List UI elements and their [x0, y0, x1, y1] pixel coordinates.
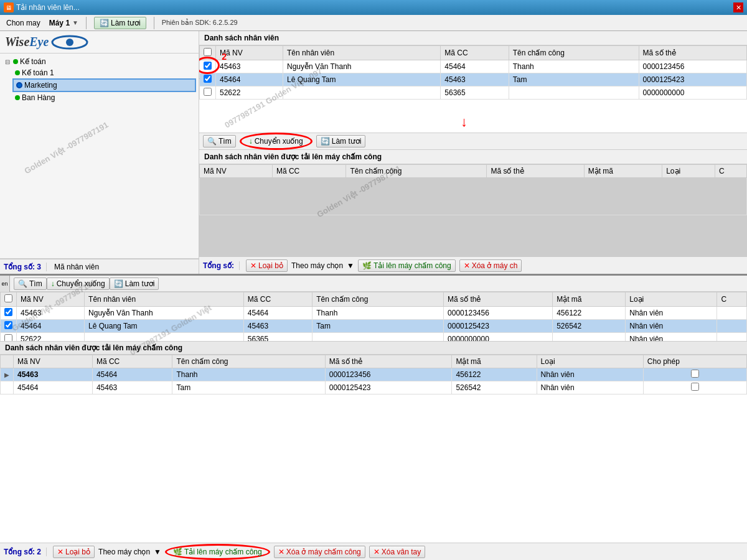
tree-label-ke-toan: Kế toán	[20, 57, 46, 66]
col-ten-cham-cong-lb: Tên chấm công	[172, 355, 325, 368]
refresh-button-top[interactable]: 🔄 Làm tươi	[94, 17, 146, 29]
upper-table-container[interactable]: Mã NV Tên nhân viên Mã CC Tên chấm công …	[199, 45, 747, 133]
cell-ten-nv: Nguyễn Văn Thanh	[283, 60, 441, 73]
search-button-upper[interactable]: 🔍 Tìm	[203, 135, 236, 147]
cell-ma-so-the-2: 0000125423	[639, 73, 746, 86]
xoa-may-button-upper[interactable]: ✕ Xóa ở máy ch	[459, 259, 522, 272]
title-bar: 🖥 Tải nhân viên lên... ✕	[0, 0, 747, 15]
upper-table: Mã NV Tên nhân viên Mã CC Tên chấm công …	[199, 45, 747, 100]
footer-toolbar-upper: Tổng số: ✕ Loại bỏ Theo máy chọn ▼ 🌿 Tải…	[199, 256, 747, 274]
down-arrow-icon-lower: ↓	[51, 279, 55, 288]
row-checkbox-1[interactable]	[204, 62, 212, 70]
x-icon-2: ✕	[464, 261, 470, 270]
toolbar-upper: 🔍 Tìm ↓ Chuyển xuống 🔄 Làm tươi	[199, 133, 747, 150]
tree-dot-blue-icon	[16, 82, 22, 88]
svg-point-1	[66, 39, 73, 46]
cell-ma-cc-3: 56365	[441, 86, 509, 100]
search-button-lower[interactable]: 🔍 Tìm	[14, 278, 47, 290]
refresh-button-lower[interactable]: 🔄 Làm tươi	[110, 278, 159, 290]
row-indicator-2: ▶	[0, 321, 1, 328]
logo-area: Wise Eye	[0, 31, 199, 54]
tai-len-button-lower[interactable]: 🌿 Tải lên máy chấm công	[169, 546, 266, 558]
lower-select-all[interactable]	[4, 294, 12, 302]
row-checkbox-2[interactable]	[204, 75, 212, 83]
row-checkbox-3[interactable]	[204, 88, 212, 96]
dropdown-arrow-icon[interactable]: ▼	[72, 19, 78, 26]
col-ma-cc-b: Mã CC	[272, 165, 345, 178]
lower-bottom-table-container[interactable]: Mã NV Mã CC Tên chấm công Mã số thẻ Mật …	[0, 355, 747, 543]
search-icon-lower: 🔍	[18, 279, 27, 288]
upper-bottom-table: Mã NV Mã CC Tên chấm công Mã số thẻ Mật …	[199, 164, 747, 215]
cell-ten-cham-cong-3	[509, 86, 639, 100]
lower-upper-table: Mã NV Tên nhân viên Mã CC Tên chấm công …	[0, 292, 747, 342]
tai-len-highlight: 🌿 Tải lên máy chấm công	[165, 544, 270, 560]
window-title: Tải nhân viên lên...	[16, 3, 80, 12]
tree-label-marketing: Marketing	[24, 81, 57, 90]
col-ma-so-the-b: Mã số thẻ	[487, 165, 584, 178]
tai-len-button-upper[interactable]: 🌿 Tải lên máy chấm công	[358, 259, 456, 272]
upper-section: Golden Việt -0977987191 0977987191 Golde…	[0, 31, 747, 274]
col-ten-cham-cong-b: Tên chấm công	[346, 165, 487, 178]
dropdown-arrow-footer[interactable]: ▼	[347, 261, 354, 270]
x-icon: ✕	[250, 261, 256, 270]
lower-section: Golden Việt -0977987191 0977987191 Golde…	[0, 276, 747, 560]
loai-bo-button-upper[interactable]: ✕ Loại bỏ	[246, 259, 288, 272]
lower-row-cb-3[interactable]	[4, 334, 12, 342]
col-loai-b: Loại	[662, 165, 715, 178]
close-button[interactable]: ✕	[733, 2, 743, 12]
num-2: 2	[222, 52, 227, 62]
lower-row-cb-1[interactable]	[4, 308, 12, 316]
tree-dot-green-icon	[13, 59, 18, 64]
select-all-checkbox[interactable]	[204, 48, 212, 56]
table-row[interactable]: 45463Nguyễn Văn Thanh45464Thanh000012345…	[1, 307, 747, 320]
machine-selector: Máy 1 ▼	[49, 19, 78, 27]
cell-ten-cham-cong: Thanh	[509, 60, 639, 73]
table-row[interactable]: 52622 56365 0000000000	[200, 86, 747, 100]
col-ma-so-the-lu: Mã số thẻ	[444, 292, 553, 307]
table-row[interactable]: 52622563650000000000Nhân viên	[1, 333, 747, 342]
separator	[86, 17, 87, 29]
table-row[interactable]: 2 45463 Nguyễn Văn Thanh 45464 Thanh 000…	[200, 60, 747, 73]
table-row[interactable]: ▶ 45464Lê Quang Tam45463Tam0000125423526…	[1, 320, 747, 333]
dropdown-arrow-lower[interactable]: ▼	[154, 548, 161, 556]
lower-upper-table-container[interactable]: Mã NV Tên nhân viên Mã CC Tên chấm công …	[0, 292, 747, 342]
col-ma-cc-lb: Mã CC	[92, 355, 172, 368]
lower-footer: Tổng số: 2 ✕ Loại bỏ Theo máy chọn ▼ 🌿 T…	[0, 543, 747, 560]
loai-bo-button-lower[interactable]: ✕ Loại bỏ	[53, 546, 95, 558]
cell-ma-nv-2: 45464	[216, 73, 283, 86]
refresh-icon: 🔄	[100, 19, 109, 27]
section-title-upper: Danh sách nhân viên	[199, 31, 747, 45]
cho-phep-cb-2[interactable]	[691, 383, 699, 391]
chuyen-xuong-button-upper[interactable]: ↓ Chuyển xuống	[245, 136, 307, 147]
col-ma-cc: Mã CC	[441, 46, 509, 60]
theo-may-chon-label: Theo máy chọn	[291, 261, 343, 270]
lower-top-bar: en 🔍 Tìm ↓ Chuyển xuống 🔄 Làm tươi	[0, 276, 747, 292]
tree-item-ke-toan-1[interactable]: Kế toán 1	[12, 67, 196, 78]
col-loai-lb: Loại	[537, 355, 643, 368]
expand-icon: ⊟	[5, 58, 10, 65]
lower-row-cb-2[interactable]	[4, 321, 12, 329]
tree-item-ke-toan[interactable]: ⊟ Kế toán	[2, 56, 196, 67]
cho-phep-cb-1[interactable]	[691, 370, 699, 378]
chuyen-xuong-button-lower[interactable]: ↓ Chuyển xuống	[47, 278, 110, 290]
col-c-lu: C	[717, 292, 747, 307]
col-ma-nv-lb: Mã NV	[14, 355, 93, 368]
left-panel: Wise Eye ⊟ Kế toán Kế toán 1	[0, 31, 199, 274]
menu-chon-may[interactable]: Chon may	[2, 17, 44, 29]
table-row[interactable]: 4546445463Tam0000125423526542Nhân viên	[1, 381, 747, 394]
logo-eye: Eye	[29, 35, 49, 49]
bottom-subsection-title: Danh sách nhân viên được tải lên máy chấ…	[199, 150, 747, 164]
tree-item-ban-hang[interactable]: Ban Hàng	[12, 92, 196, 103]
total-label-lower: Tổng số: 2	[4, 548, 47, 556]
x-icon-lower-3: ✕	[374, 548, 380, 556]
tree-label-ban-hang: Ban Hàng	[22, 93, 55, 102]
tree-item-marketing[interactable]: Marketing ← 1	[12, 78, 196, 92]
xoa-may-button-lower[interactable]: ✕ Xóa ở máy chấm công	[274, 546, 365, 558]
col-c-b: C	[715, 165, 746, 178]
total-label-left: Tổng số: 3	[4, 263, 47, 271]
cell-ma-nv-3: 52622	[216, 86, 283, 100]
table-row[interactable]: ▶ 45464 Lê Quang Tam 45463 Tam 000012542…	[200, 73, 747, 86]
xoa-van-tay-button[interactable]: ✕ Xóa vân tay	[369, 546, 425, 558]
table-row[interactable]: ▶ 45463 45464Thanh0000123456456122Nhân v…	[1, 368, 747, 381]
refresh-button-upper[interactable]: 🔄 Làm tươi	[316, 135, 366, 147]
